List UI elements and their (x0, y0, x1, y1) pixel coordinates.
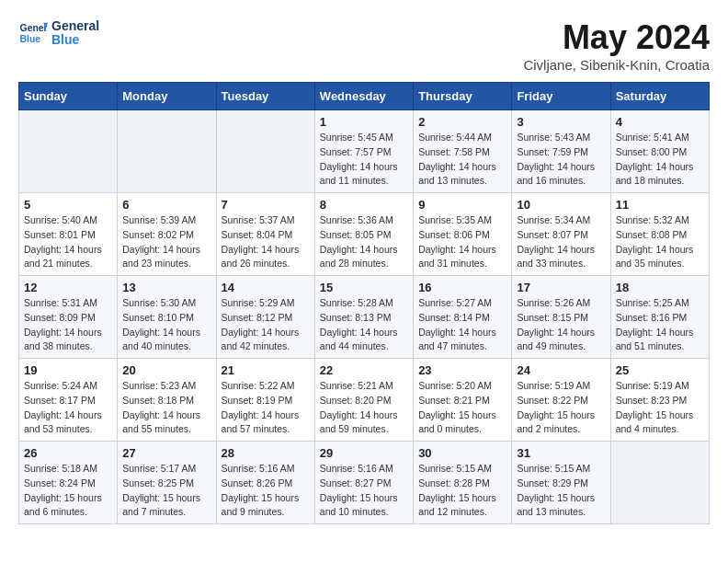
day-info: Sunrise: 5:39 AMSunset: 8:02 PMDaylight:… (122, 213, 210, 271)
calendar-cell: 14Sunrise: 5:29 AMSunset: 8:12 PMDayligh… (216, 276, 314, 359)
day-number: 10 (517, 198, 605, 212)
day-info: Sunrise: 5:28 AMSunset: 8:13 PMDaylight:… (320, 296, 408, 354)
day-number: 15 (320, 281, 408, 294)
day-number: 18 (616, 281, 704, 294)
day-info: Sunrise: 5:18 AMSunset: 8:24 PMDaylight:… (24, 462, 112, 520)
calendar-cell: 22Sunrise: 5:21 AMSunset: 8:20 PMDayligh… (314, 359, 413, 442)
day-info: Sunrise: 5:31 AMSunset: 8:09 PMDaylight:… (24, 296, 112, 354)
day-header-monday: Monday (118, 83, 216, 110)
day-number: 9 (418, 198, 506, 212)
calendar-cell: 13Sunrise: 5:30 AMSunset: 8:10 PMDayligh… (118, 276, 216, 359)
day-number: 27 (122, 446, 210, 460)
day-number: 8 (320, 198, 408, 212)
day-info: Sunrise: 5:32 AMSunset: 8:08 PMDaylight:… (616, 213, 704, 271)
day-info: Sunrise: 5:27 AMSunset: 8:14 PMDaylight:… (418, 296, 506, 354)
logo-general: General (51, 19, 99, 33)
logo-icon: General Blue (18, 18, 48, 48)
day-number: 29 (320, 446, 408, 460)
day-info: Sunrise: 5:29 AMSunset: 8:12 PMDaylight:… (222, 296, 310, 354)
day-info: Sunrise: 5:26 AMSunset: 8:15 PMDaylight:… (517, 296, 605, 354)
week-row-3: 12Sunrise: 5:31 AMSunset: 8:09 PMDayligh… (19, 276, 710, 359)
day-number: 19 (24, 363, 112, 377)
calendar-cell: 12Sunrise: 5:31 AMSunset: 8:09 PMDayligh… (19, 276, 118, 359)
calendar-cell: 21Sunrise: 5:22 AMSunset: 8:19 PMDayligh… (216, 359, 314, 442)
day-number: 3 (517, 115, 605, 129)
day-number: 16 (418, 281, 506, 294)
day-info: Sunrise: 5:43 AMSunset: 7:59 PMDaylight:… (517, 131, 605, 189)
day-info: Sunrise: 5:35 AMSunset: 8:06 PMDaylight:… (418, 213, 506, 271)
calendar-cell: 24Sunrise: 5:19 AMSunset: 8:22 PMDayligh… (512, 359, 610, 442)
day-number: 6 (122, 198, 210, 212)
day-number: 7 (222, 198, 310, 212)
day-header-thursday: Thursday (414, 83, 512, 110)
calendar-cell: 9Sunrise: 5:35 AMSunset: 8:06 PMDaylight… (414, 193, 512, 276)
page-header: General Blue General Blue May 2024 Civlj… (18, 18, 710, 73)
calendar-cell: 2Sunrise: 5:44 AMSunset: 7:58 PMDaylight… (414, 110, 512, 193)
day-header-friday: Friday (512, 83, 610, 110)
calendar-cell (118, 110, 216, 193)
calendar-cell: 19Sunrise: 5:24 AMSunset: 8:17 PMDayligh… (19, 359, 118, 442)
day-number: 20 (122, 363, 210, 377)
svg-text:General: General (20, 23, 48, 33)
day-info: Sunrise: 5:19 AMSunset: 8:22 PMDaylight:… (517, 379, 605, 437)
day-info: Sunrise: 5:41 AMSunset: 8:00 PMDaylight:… (616, 131, 704, 189)
day-number: 1 (320, 115, 408, 129)
calendar-cell: 5Sunrise: 5:40 AMSunset: 8:01 PMDaylight… (19, 193, 118, 276)
calendar-cell: 1Sunrise: 5:45 AMSunset: 7:57 PMDaylight… (314, 110, 413, 193)
day-number: 12 (24, 281, 112, 294)
calendar-cell (19, 110, 118, 193)
day-info: Sunrise: 5:15 AMSunset: 8:29 PMDaylight:… (517, 462, 605, 520)
day-number: 25 (616, 363, 704, 377)
day-header-tuesday: Tuesday (216, 83, 314, 110)
day-number: 30 (418, 446, 506, 460)
day-number: 17 (517, 281, 605, 294)
day-info: Sunrise: 5:40 AMSunset: 8:01 PMDaylight:… (24, 213, 112, 271)
calendar-cell: 16Sunrise: 5:27 AMSunset: 8:14 PMDayligh… (414, 276, 512, 359)
calendar-cell: 23Sunrise: 5:20 AMSunset: 8:21 PMDayligh… (414, 359, 512, 442)
logo-blue: Blue (51, 33, 99, 47)
day-number: 2 (418, 115, 506, 129)
calendar-cell: 3Sunrise: 5:43 AMSunset: 7:59 PMDaylight… (512, 110, 610, 193)
day-info: Sunrise: 5:24 AMSunset: 8:17 PMDaylight:… (24, 379, 112, 437)
location: Civljane, Sibenik-Knin, Croatia (523, 57, 710, 73)
day-header-wednesday: Wednesday (314, 83, 413, 110)
day-number: 4 (616, 115, 704, 129)
day-info: Sunrise: 5:37 AMSunset: 8:04 PMDaylight:… (222, 213, 310, 271)
day-number: 13 (122, 281, 210, 294)
logo: General Blue General Blue (18, 18, 99, 48)
day-number: 28 (222, 446, 310, 460)
calendar-cell: 15Sunrise: 5:28 AMSunset: 8:13 PMDayligh… (314, 276, 413, 359)
day-info: Sunrise: 5:19 AMSunset: 8:23 PMDaylight:… (616, 379, 704, 437)
calendar-cell: 11Sunrise: 5:32 AMSunset: 8:08 PMDayligh… (610, 193, 709, 276)
calendar-cell: 7Sunrise: 5:37 AMSunset: 8:04 PMDaylight… (216, 193, 314, 276)
day-info: Sunrise: 5:15 AMSunset: 8:28 PMDaylight:… (418, 462, 506, 520)
day-number: 14 (222, 281, 310, 294)
calendar-cell (216, 110, 314, 193)
day-number: 31 (517, 446, 605, 460)
day-number: 5 (24, 198, 112, 212)
week-row-2: 5Sunrise: 5:40 AMSunset: 8:01 PMDaylight… (19, 193, 710, 276)
day-number: 21 (222, 363, 310, 377)
day-number: 23 (418, 363, 506, 377)
calendar-cell: 4Sunrise: 5:41 AMSunset: 8:00 PMDaylight… (610, 110, 709, 193)
calendar-cell: 6Sunrise: 5:39 AMSunset: 8:02 PMDaylight… (118, 193, 216, 276)
day-number: 11 (616, 198, 704, 212)
svg-text:Blue: Blue (20, 34, 41, 44)
calendar-cell: 30Sunrise: 5:15 AMSunset: 8:28 PMDayligh… (414, 442, 512, 524)
calendar-cell: 20Sunrise: 5:23 AMSunset: 8:18 PMDayligh… (118, 359, 216, 442)
calendar-cell: 29Sunrise: 5:16 AMSunset: 8:27 PMDayligh… (314, 442, 413, 524)
day-info: Sunrise: 5:45 AMSunset: 7:57 PMDaylight:… (320, 131, 408, 189)
month-title: May 2024 (523, 18, 710, 57)
calendar-cell: 10Sunrise: 5:34 AMSunset: 8:07 PMDayligh… (512, 193, 610, 276)
calendar-cell (610, 442, 709, 524)
calendar-cell: 28Sunrise: 5:16 AMSunset: 8:26 PMDayligh… (216, 442, 314, 524)
day-header-sunday: Sunday (19, 83, 118, 110)
day-number: 24 (517, 363, 605, 377)
calendar-cell: 8Sunrise: 5:36 AMSunset: 8:05 PMDaylight… (314, 193, 413, 276)
title-block: May 2024 Civljane, Sibenik-Knin, Croatia (523, 18, 710, 73)
day-info: Sunrise: 5:21 AMSunset: 8:20 PMDaylight:… (320, 379, 408, 437)
calendar-table: SundayMondayTuesdayWednesdayThursdayFrid… (18, 82, 710, 524)
day-info: Sunrise: 5:20 AMSunset: 8:21 PMDaylight:… (418, 379, 506, 437)
day-number: 26 (24, 446, 112, 460)
day-info: Sunrise: 5:30 AMSunset: 8:10 PMDaylight:… (122, 296, 210, 354)
